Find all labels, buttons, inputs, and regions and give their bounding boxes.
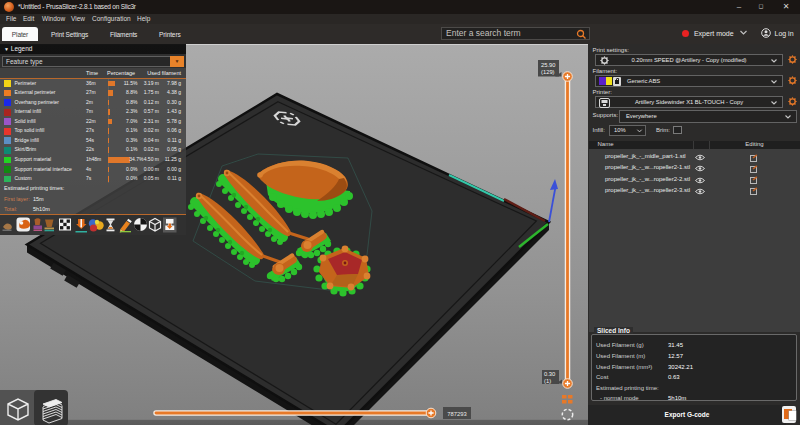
svg-text:787293: 787293 (447, 411, 466, 417)
svg-text:(129): (129) (541, 69, 555, 75)
svg-text:0.30: 0.30 (544, 371, 555, 377)
svg-text:25.90: 25.90 (541, 62, 556, 68)
svg-text:(1): (1) (544, 378, 551, 384)
